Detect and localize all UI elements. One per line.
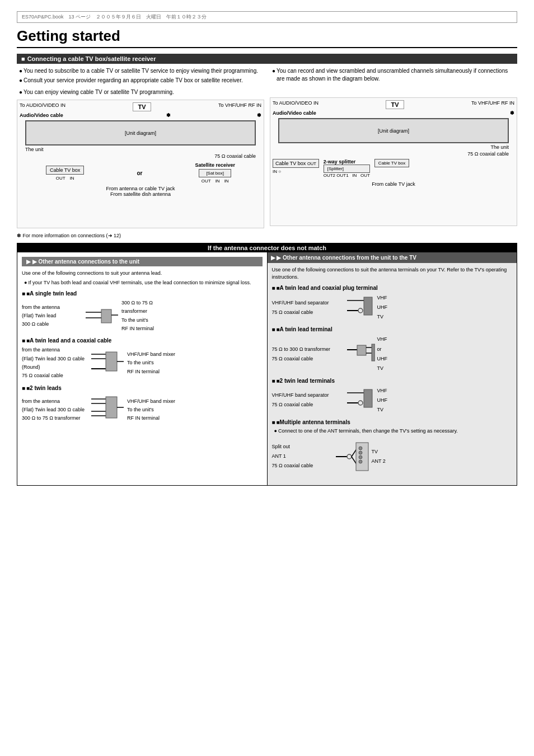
antenna-section-title: If the antenna connector does not match: [17, 243, 517, 252]
diag-right-to-vhf: To VHF/UHF RF IN: [471, 100, 514, 109]
ttl-wire-diagram: [91, 393, 125, 427]
svg-rect-27: [364, 389, 372, 407]
antenna-left-panel: ▶ Other antenna connections to the unit …: [17, 252, 268, 485]
two-twin-terminals-title: ■2 twin lead terminals: [272, 378, 513, 384]
ma-left-1: Split out: [272, 442, 334, 452]
diag-right-unit-img: [Unit diagram]: [378, 128, 409, 134]
diag-left-the-unit: The unit: [25, 147, 256, 152]
tlc-right-1: VHF/UHF band mixer: [127, 350, 175, 359]
tcp-right-2: UHF: [377, 303, 388, 312]
ttl-right-1: VHF/UHF band mixer: [127, 397, 175, 406]
diag-left-or: or: [137, 170, 142, 176]
tlt-right-1: VHF: [377, 335, 388, 344]
svg-rect-2: [101, 309, 111, 323]
stl-right-3: To the unit's: [121, 316, 154, 325]
tlt-right-4: TV: [377, 364, 388, 373]
antenna-left-bullet: If your TV has both lead and coaxial VHF…: [22, 279, 263, 287]
ttlt-left-1: VHF/UHF band separator: [272, 391, 345, 400]
antenna-left-header: ▶ Other antenna connections to the unit: [22, 257, 263, 266]
tlc-label-4: (Round): [22, 363, 89, 372]
ma-left-3: 75 Ω coaxial cable: [272, 461, 334, 471]
tlc-label-2: (Flat) Twin lead 300 Ω cable: [22, 355, 89, 363]
stl-right-1: 300 Ω to 75 Ω: [121, 299, 154, 307]
diag-right-to-audio: To AUDIO/VIDEO IN: [273, 100, 318, 109]
cable-tv-bullet-3: You can record and view scrambled and un…: [270, 67, 517, 83]
svg-rect-18: [364, 297, 372, 315]
diag-left-from-satellite: From satellite dish antenna: [20, 191, 261, 197]
svg-point-34: [359, 451, 362, 454]
ttlt-right-2: UHF: [377, 396, 388, 405]
single-twin-lead-title: ■A single twin lead: [22, 290, 263, 297]
twin-coax-plug-title: ■A twin lead and coaxial plug terminal: [272, 285, 513, 291]
svg-point-29: [347, 454, 352, 459]
twin-lead-coaxial-title: ■A twin lead and a coaxial cable: [22, 337, 263, 344]
ttlt-right-1: VHF: [377, 386, 388, 396]
tlc-label-1: from the antenna: [22, 346, 89, 354]
cable-tv-section-header: Connecting a cable TV box/satellite rece…: [17, 54, 517, 64]
tlt-left-1: 75 Ω to 300 Ω transformer: [272, 345, 345, 354]
two-twin-leads-title: ■2 twin leads: [22, 385, 263, 391]
cable-tv-bullet-2: Consult your service provider regarding …: [17, 77, 264, 84]
stl-right-2: transformer: [121, 307, 154, 316]
ma-wire-diagram: [336, 437, 369, 476]
page-title: Getting started: [17, 27, 517, 48]
antenna-right-panel: ▶ Other antenna connections from the uni…: [268, 252, 517, 485]
tcp-left-1: VHF/UHF band separator: [272, 298, 345, 308]
multiple-antenna-bullet: Connect to one of the ANT terminals, the…: [272, 428, 513, 435]
tlc-wire-diagram: [91, 348, 125, 378]
cable-tv-bullet-1: You need to subscribe to a cable TV or s…: [17, 67, 264, 75]
svg-rect-13: [106, 397, 117, 418]
stl-wire-diagram: [86, 304, 119, 328]
tlt-left-3: 75 Ω coaxial cable: [272, 354, 345, 364]
tlt-right-3: UHF: [377, 354, 388, 364]
ttl-label-3: (Flat) Twin lead 300 Ω cable: [22, 406, 89, 414]
diag-left-to-audio: To AUDIO/VIDEO IN: [20, 102, 65, 111]
antenna-right-intro: Use one of the following connections to …: [272, 266, 513, 280]
diag-left-coax: 75 Ω coaxial cable: [20, 153, 256, 159]
stl-right-4: RF IN terminal: [121, 325, 154, 333]
stl-label-3: 300 Ω cable: [22, 320, 83, 328]
diag-right-cable-tv: Cable TV box: [275, 161, 306, 166]
svg-point-26: [358, 401, 363, 405]
svg-point-33: [359, 447, 362, 450]
diag-right-the-unit: The unit: [278, 144, 509, 150]
ttl-label-1: from the antenna: [22, 397, 89, 406]
tlc-right-3: To the unit's: [127, 359, 175, 367]
diag-right-coax: 75 Ω coaxial cable: [278, 151, 509, 157]
ttlt-right-3: TV: [377, 405, 388, 415]
ttlt-wire-diagram: [347, 386, 375, 414]
tcp-right-1: VHF: [377, 293, 388, 303]
tlt-wire-diagram: [347, 339, 375, 369]
ttl-right-3: To the unit's: [127, 406, 175, 414]
antenna-section: If the antenna connector does not match …: [17, 243, 517, 486]
stl-label-2: (Flat) Twin lead: [22, 312, 83, 320]
diag-right-splitter: 2-way splitter: [324, 159, 370, 165]
twin-lead-terminal-title: ■A twin lead terminal: [272, 326, 513, 332]
ma-right-3: ANT 2: [372, 457, 386, 466]
antenna-right-header: ▶ Other antenna connections from the uni…: [268, 252, 517, 263]
tlt-right-2: or: [377, 345, 388, 354]
stl-label-1: from the antenna: [22, 303, 83, 312]
diag-left-av-cable: Audio/Video cable: [20, 112, 63, 118]
ttl-label-5: 300 Ω to 75 Ω transformer: [22, 414, 89, 422]
ttlt-left-3: 75 Ω coaxial cable: [272, 400, 345, 410]
ma-right-1: TV: [372, 447, 386, 457]
diag-left-unit-img: [Unit diagram]: [125, 130, 156, 136]
tcp-wire-diagram: [347, 294, 375, 322]
tcp-right-3: TV: [377, 312, 388, 322]
svg-rect-23: [372, 344, 375, 361]
file-info-header: ES70AP&PC.book 13 ページ ２００５年９月６日 火曜日 午前１０…: [17, 11, 517, 23]
ma-left-2: ANT 1: [272, 452, 334, 461]
footnote: ✽ For more information on connections (➜…: [17, 233, 517, 238]
diag-left-to-vhf: To VHF/UHF RF IN: [218, 102, 261, 111]
tcp-left-3: 75 Ω coaxial cable: [272, 308, 345, 317]
svg-rect-20: [357, 345, 366, 355]
cable-tv-bullet-4: You can enjoy viewing cable TV or satell…: [17, 88, 264, 96]
diag-left-sat-rec: Satellite receiver: [195, 162, 235, 168]
diag-left-tv: TV: [133, 102, 151, 111]
svg-point-17: [358, 308, 363, 313]
diag-right-tv: TV: [386, 100, 404, 109]
tlc-label-5: 75 Ω coaxial cable: [22, 372, 89, 380]
antenna-left-intro: Use one of the following connections to …: [22, 270, 263, 277]
diag-right-from-cable: From cable TV jack: [273, 181, 514, 187]
